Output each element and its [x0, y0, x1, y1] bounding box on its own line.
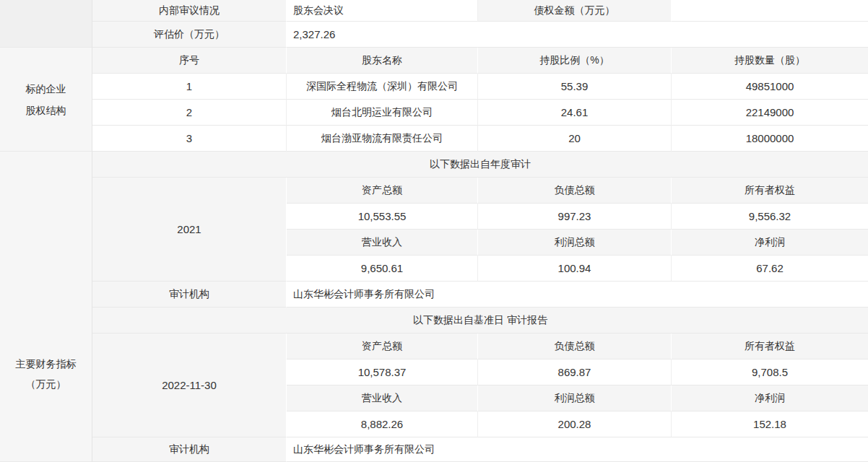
- base-date-auditor-value: 山东华彬会计师事务所有限公司: [287, 437, 868, 462]
- header-net-profit: 净利润: [672, 385, 868, 411]
- table-cell-share-count: 49851000: [672, 74, 868, 100]
- header-owners-equity: 所有者权益: [672, 178, 868, 204]
- internal-review-label: 内部审议情况: [92, 0, 287, 22]
- header-operating-revenue: 营业收入: [287, 230, 478, 256]
- value-owners-equity: 9,556.32: [672, 204, 868, 230]
- table-cell-shareholder-name: 深国际全程物流（深圳）有限公司: [287, 74, 478, 100]
- company-info-table: 标的企业 股权结构 主要财务指标 （万元） 内部审议情况 股东会决议 债权金额（…: [0, 0, 868, 462]
- table-cell-index: 1: [92, 74, 287, 100]
- table-cell-shareholder-name: 烟台渤亚物流有限责任公司: [287, 126, 478, 152]
- header-owners-equity: 所有者权益: [672, 334, 868, 359]
- value-owners-equity: 9,708.5: [672, 359, 868, 385]
- annual-audit-period: 2021: [92, 178, 287, 282]
- table-cell-share-ratio: 20: [478, 126, 672, 152]
- value-total-profit: 100.94: [478, 256, 672, 282]
- column-header-index: 序号: [92, 48, 287, 74]
- base-date-auditor-label: 审计机构: [92, 437, 287, 462]
- table-cell-share-count: 18000000: [672, 126, 868, 152]
- header-total-liabilities: 负债总额: [478, 334, 672, 359]
- finance-section-label-line1: 主要财务指标: [16, 354, 77, 374]
- table-cell-share-ratio: 55.39: [478, 74, 672, 100]
- value-net-profit: 152.18: [672, 411, 868, 437]
- annual-auditor-label: 审计机构: [92, 282, 287, 308]
- table-cell-share-ratio: 24.61: [478, 100, 672, 126]
- header-total-liabilities: 负债总额: [478, 178, 672, 204]
- sidebar-section-financial-indicators: 主要财务指标 （万元）: [0, 152, 92, 462]
- base-date-audit-period: 2022-11-30: [92, 334, 287, 437]
- base-date-audit-banner: 以下数据出自基准日 审计报告: [92, 308, 868, 334]
- value-total-liabilities: 997.23: [478, 204, 672, 230]
- valuation-label: 评估价（万元）: [92, 22, 287, 48]
- value-total-liabilities: 869.87: [478, 359, 672, 385]
- annual-audit-banner: 以下数据出自年度审计: [92, 152, 868, 178]
- header-total-assets: 资产总额: [287, 178, 478, 204]
- equity-section-label-line1: 标的企业: [26, 78, 66, 100]
- annual-auditor-value: 山东华彬会计师事务所有限公司: [287, 282, 868, 308]
- equity-section-label-line2: 股权结构: [26, 100, 66, 121]
- value-operating-revenue: 9,650.61: [287, 256, 478, 282]
- table-cell-index: 2: [92, 100, 287, 126]
- table-cell-index: 3: [92, 126, 287, 152]
- header-total-profit: 利润总额: [478, 230, 672, 256]
- sidebar-section-top: [0, 0, 92, 48]
- value-total-assets: 10,553.55: [287, 204, 478, 230]
- column-header-share-count: 持股数量（股）: [672, 48, 868, 74]
- value-net-profit: 67.62: [672, 256, 868, 282]
- table-cell-shareholder-name: 烟台北明运业有限公司: [287, 100, 478, 126]
- value-total-assets: 10,578.37: [287, 359, 478, 385]
- header-total-assets: 资产总额: [287, 334, 478, 359]
- column-header-shareholder-name: 股东名称: [287, 48, 478, 74]
- header-net-profit: 净利润: [672, 230, 868, 256]
- debt-amount-label: 债权金额（万元）: [478, 0, 672, 22]
- value-total-profit: 200.28: [478, 411, 672, 437]
- debt-amount-value: [672, 0, 868, 22]
- finance-section-label-line2: （万元）: [26, 374, 66, 394]
- sidebar-section-equity-structure: 标的企业 股权结构: [0, 48, 92, 152]
- column-header-share-ratio: 持股比例（%）: [478, 48, 672, 74]
- internal-review-value: 股东会决议: [287, 0, 478, 22]
- table-cell-share-count: 22149000: [672, 100, 868, 126]
- header-operating-revenue: 营业收入: [287, 385, 478, 411]
- valuation-value: 2,327.26: [287, 22, 868, 48]
- value-operating-revenue: 8,882.26: [287, 411, 478, 437]
- header-total-profit: 利润总额: [478, 385, 672, 411]
